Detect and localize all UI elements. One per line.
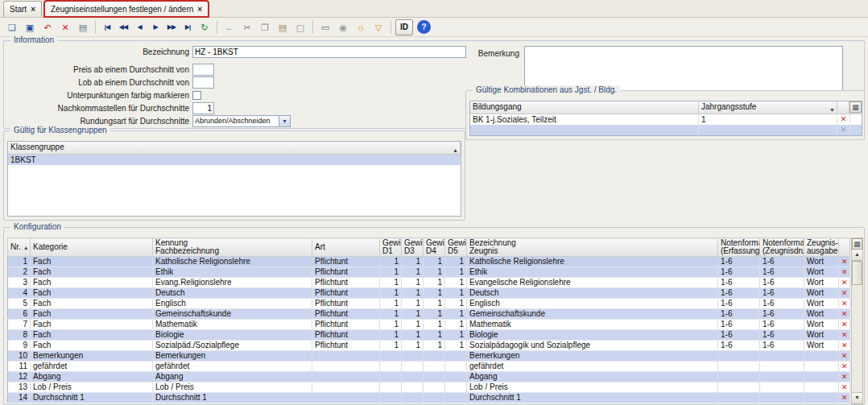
scrollbar-thumb[interactable] [852,261,862,285]
hint-button[interactable]: ☼ [353,19,369,35]
tab-zeugniseinstellungen[interactable]: Zeugniseinstellungen festlegen / ändern … [44,1,209,17]
cell-nr: 8 [8,330,31,341]
cell-zeugnis: Biologie [467,330,718,341]
delete-row-button[interactable]: ✕ [839,351,850,362]
cell-d5: 1 [445,309,467,320]
bezeichnung-input[interactable] [192,46,466,58]
cell-d1 [380,382,402,393]
konfiguration-row[interactable]: 5FachEnglischPflichtunt1111Englisch1-61-… [8,299,850,309]
column-settings-button[interactable]: ▦ [849,101,862,113]
preis-input[interactable] [192,64,214,76]
column-header-kategorie[interactable]: Kategorie [31,238,153,257]
tab-zeugniseinstellungen-label: Zeugniseinstellungen festlegen / ändern [51,5,193,14]
konfiguration-row[interactable]: 4FachDeutschPflichtunt1111Deutsch1-61-6W… [8,288,850,299]
tab-start[interactable]: Start × [3,1,42,17]
delete-record-button[interactable]: ✕ [57,19,73,35]
jahrgangsstufe-column-header[interactable]: Jahrgangsstufe ▼ [699,101,837,114]
preview-button[interactable]: ◉ [335,19,351,35]
column-header-nf_erf[interactable]: Notenformat (Erfassung) [718,238,760,257]
konfiguration-row[interactable]: 11gefährdetgefährdetgefährdet✕ [8,362,850,372]
konfiguration-row[interactable]: 3FachEvang.ReligionslehrePflichtunt1111E… [8,278,850,288]
scroll-down-icon[interactable]: ▼ [852,392,862,403]
id-button[interactable]: ID [395,19,413,35]
next-record-button[interactable]: ▶ [148,19,163,35]
prior-record-button[interactable]: ◀ [132,19,147,35]
column-header-d5[interactable]: Gewicht D5 [445,238,467,257]
delete-row-button[interactable]: ✕ [839,320,850,330]
konfiguration-row[interactable]: 13Lob / PreisLob / PreisLob / Preis✕ [8,382,850,393]
kombination-row[interactable]: BK 1-j.Soziales, Teilzeit1✕ [470,114,862,125]
fast-forward-button[interactable]: ▶▶ [164,19,179,35]
column-header-art[interactable]: Art [312,238,380,257]
delete-row-button[interactable]: ✕ [839,267,850,278]
konfiguration-row[interactable]: 10BemerkungenBemerkungenBemerkungen✕ [8,351,850,362]
save-button[interactable]: ▣ [22,19,38,35]
scroll-up-icon[interactable]: ▲ [852,250,862,261]
konfiguration-row[interactable]: 12AbgangAbgangAbgang✕ [8,372,850,382]
column-header-kennung[interactable]: Kennung Fachbezeichnung [153,238,312,257]
column-header-nr[interactable]: Nr.▲ [8,238,31,257]
delete-row-button[interactable]: ✕ [839,257,850,267]
unterpunktungen-checkbox[interactable] [192,91,201,100]
cell-ausgabe [804,393,839,403]
delete-row-button[interactable]: ✕ [839,372,850,382]
column-header-d1[interactable]: Gewicht D1 [380,238,402,257]
delete-row-button[interactable]: ✕ [839,288,850,299]
insert-record-button[interactable]: ❏ [4,19,20,35]
filter-dropdown-icon[interactable]: ▼ [829,105,835,114]
lob-input[interactable] [192,76,214,89]
tab-start-close-icon[interactable]: × [31,5,35,14]
refresh-button[interactable]: ↻ [196,19,213,35]
konfiguration-row[interactable]: 2FachEthikPflichtunt1111Ethik1-61-6Wort✕ [8,267,850,278]
konfiguration-row[interactable]: 1FachKatholische ReligionslehrePflichtun… [8,257,850,267]
column-header-zeugnis[interactable]: Bezeichnung Zeugnis [467,238,718,257]
column-header-ausgabe[interactable]: Zeugnis- ausgabe [804,238,839,257]
first-record-button[interactable]: |◀ [100,19,114,35]
bildungsgang-column-header[interactable]: Bildungsgang [470,101,699,114]
combo-dropdown-icon[interactable]: ▼ [279,116,290,126]
delete-row-button[interactable]: ✕ [839,330,850,341]
konfiguration-row[interactable]: 7FachMathematikPflichtunt1111Mathematik1… [8,320,850,330]
delete-row-button[interactable]: ✕ [837,114,850,125]
post-edit-button[interactable]: ▤ [75,19,91,35]
column-header-nf_druck[interactable]: Notenformat (Zeugnisdruck) [760,238,804,257]
column-header-d3[interactable]: Gewicht D3 [402,238,424,257]
kombination-row[interactable]: ✕ [470,125,862,135]
konfiguration-row[interactable]: 9FachSozialpäd./SozialpflegePflichtunt11… [8,341,850,351]
delete-row-button[interactable]: ✕ [839,382,850,393]
delete-row-button[interactable]: ✕ [839,362,850,372]
cell-ausgabe [804,382,839,393]
cell-kategorie: Fach [31,267,153,278]
tab-zeugniseinstellungen-close-icon[interactable]: × [197,5,202,14]
column-settings-button[interactable]: ▦ [852,238,862,250]
delete-row-button[interactable]: ✕ [839,309,850,320]
last-record-button[interactable]: ▶| [180,19,195,35]
copy-button[interactable]: ❐ [257,19,273,35]
cancel-changes-button[interactable]: ↶ [39,19,56,35]
back-button[interactable]: ← [221,19,238,35]
konfiguration-scrollbar[interactable]: ▦ ▲ ▼ [851,238,863,404]
delete-row-button[interactable]: ✕ [839,393,850,403]
print-button[interactable]: ▭ [317,19,333,35]
klassengruppe-row[interactable]: 1BKST [8,155,461,165]
konfiguration-row[interactable]: 8FachBiologiePflichtunt1111Biologie1-61-… [8,330,850,341]
filter-button[interactable]: ▽ [370,19,386,35]
paste-button[interactable]: ▤ [275,19,291,35]
klassengruppe-column-header[interactable]: Klassengruppe ▲ [8,142,461,154]
konfiguration-row[interactable]: 14Durchschnitt 1Durchschnitt 1Durchschni… [8,393,850,403]
fast-rewind-button[interactable]: ◀◀ [116,19,130,35]
delete-row-button[interactable]: ✕ [839,299,850,309]
delete-row-button[interactable]: ✕ [839,278,850,288]
rundung-combobox[interactable]: Abrunden/Abschneiden ▼ [192,115,291,127]
select-button[interactable]: ▢ [292,19,308,35]
cell-d4: 1 [424,299,445,309]
nachkomma-input[interactable] [192,102,214,114]
cell-d4: 1 [424,267,445,278]
konfiguration-row[interactable]: 6FachGemeinschaftskundePflichtunt1111Gem… [8,309,850,320]
column-header-d4[interactable]: Gewicht D4 [424,238,445,257]
delete-row-button[interactable]: ✕ [839,341,850,351]
help-button[interactable]: ? [417,20,431,34]
delete-row-button[interactable]: ✕ [837,125,850,135]
cell-kennung: Katholische Religionslehre [153,257,312,267]
cut-button[interactable]: ✂ [239,19,255,35]
